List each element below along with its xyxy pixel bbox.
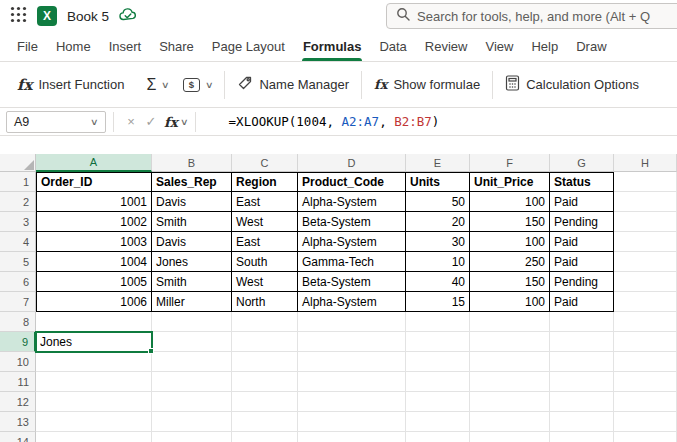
cell-C3[interactable]: West [232, 212, 298, 232]
row-header-4[interactable]: 4 [0, 232, 36, 252]
cell-H1[interactable] [614, 172, 677, 192]
tab-data[interactable]: Data [370, 32, 415, 61]
cell-A4[interactable]: 1003 [36, 232, 152, 252]
cell-G1[interactable]: Status [550, 172, 614, 192]
cell-A8[interactable] [36, 312, 152, 332]
show-formulae-button[interactable]: fx Show formulae [367, 71, 487, 98]
cell-D1[interactable]: Product_Code [298, 172, 406, 192]
cell-F5[interactable]: 250 [470, 252, 550, 272]
tab-formulas[interactable]: Formulas [294, 32, 371, 61]
enter-button[interactable]: ✓ [141, 114, 161, 129]
cell-H3[interactable] [614, 212, 677, 232]
cell-A10[interactable] [36, 352, 152, 372]
tab-insert[interactable]: Insert [100, 32, 151, 61]
cell-E5[interactable]: 10 [406, 252, 470, 272]
cell-F4[interactable]: 100 [470, 232, 550, 252]
cell-G2[interactable]: Paid [550, 192, 614, 212]
cell-C5[interactable]: South [232, 252, 298, 272]
column-header-D[interactable]: D [298, 154, 406, 172]
column-header-C[interactable]: C [232, 154, 298, 172]
cell-G14[interactable] [550, 432, 614, 442]
tab-home[interactable]: Home [47, 32, 100, 61]
tab-share[interactable]: Share [150, 32, 203, 61]
autosum-button[interactable]: Σ ∨ [139, 71, 175, 99]
cell-B3[interactable]: Smith [152, 212, 232, 232]
cell-B9[interactable] [152, 332, 232, 352]
column-header-A[interactable]: A [36, 154, 152, 172]
cell-C9[interactable] [232, 332, 298, 352]
cell-D11[interactable] [298, 372, 406, 392]
cell-F14[interactable] [470, 432, 550, 442]
cell-E14[interactable] [406, 432, 470, 442]
row-header-5[interactable]: 5 [0, 252, 36, 272]
cell-B13[interactable] [152, 412, 232, 432]
name-manager-button[interactable]: Name Manager [230, 69, 356, 100]
cell-A7[interactable]: 1006 [36, 292, 152, 312]
column-header-H[interactable]: H [614, 154, 677, 172]
tab-file[interactable]: File [8, 32, 47, 61]
tab-review[interactable]: Review [416, 32, 477, 61]
cell-E4[interactable]: 30 [406, 232, 470, 252]
cell-B8[interactable] [152, 312, 232, 332]
row-header-3[interactable]: 3 [0, 212, 36, 232]
cell-C6[interactable]: West [232, 272, 298, 292]
row-header-6[interactable]: 6 [0, 272, 36, 292]
cell-B4[interactable]: Davis [152, 232, 232, 252]
cell-G13[interactable] [550, 412, 614, 432]
cell-F1[interactable]: Unit_Price [470, 172, 550, 192]
cell-B11[interactable] [152, 372, 232, 392]
cell-G7[interactable]: Paid [550, 292, 614, 312]
cell-F7[interactable]: 100 [470, 292, 550, 312]
cell-F10[interactable] [470, 352, 550, 372]
cell-C12[interactable] [232, 392, 298, 412]
financial-functions-button[interactable]: $ ∨ [176, 72, 220, 98]
row-header-1[interactable]: 1 [0, 172, 36, 192]
cell-E9[interactable] [406, 332, 470, 352]
insert-function-button[interactable]: fx Insert Function [10, 70, 131, 100]
cell-H12[interactable] [614, 392, 677, 412]
cell-D12[interactable] [298, 392, 406, 412]
cell-D5[interactable]: Gamma-Tech [298, 252, 406, 272]
cell-C4[interactable]: East [232, 232, 298, 252]
cell-A1[interactable]: Order_ID [36, 172, 152, 192]
cell-B7[interactable]: Miller [152, 292, 232, 312]
tab-view[interactable]: View [476, 32, 522, 61]
column-header-F[interactable]: F [470, 154, 550, 172]
cell-D9[interactable] [298, 332, 406, 352]
cell-B2[interactable]: Davis [152, 192, 232, 212]
cell-B12[interactable] [152, 392, 232, 412]
cell-F11[interactable] [470, 372, 550, 392]
cell-H4[interactable] [614, 232, 677, 252]
cell-H13[interactable] [614, 412, 677, 432]
cell-A13[interactable] [36, 412, 152, 432]
cell-B5[interactable]: Jones [152, 252, 232, 272]
excel-logo-icon[interactable]: X [37, 6, 57, 26]
row-header-12[interactable]: 12 [0, 392, 36, 412]
row-header-14[interactable]: 14 [0, 432, 36, 442]
cell-C1[interactable]: Region [232, 172, 298, 192]
cell-G9[interactable] [550, 332, 614, 352]
cell-A11[interactable] [36, 372, 152, 392]
cell-G11[interactable] [550, 372, 614, 392]
row-header-8[interactable]: 8 [0, 312, 36, 332]
cell-A9[interactable]: Jones [36, 332, 152, 352]
cell-H5[interactable] [614, 252, 677, 272]
tab-draw[interactable]: Draw [567, 32, 615, 61]
cell-E6[interactable]: 40 [406, 272, 470, 292]
cell-A5[interactable]: 1004 [36, 252, 152, 272]
cell-D6[interactable]: Beta-System [298, 272, 406, 292]
cell-G6[interactable]: Pending [550, 272, 614, 292]
tab-page-layout[interactable]: Page Layout [203, 32, 294, 61]
search-bar[interactable] [386, 3, 677, 29]
document-title[interactable]: Book 5 [67, 9, 109, 24]
row-header-9[interactable]: 9 [0, 332, 36, 352]
column-header-E[interactable]: E [406, 154, 470, 172]
cell-G3[interactable]: Pending [550, 212, 614, 232]
cell-D4[interactable]: Alpha-System [298, 232, 406, 252]
tab-help[interactable]: Help [522, 32, 567, 61]
search-input[interactable] [417, 9, 676, 24]
cell-D10[interactable] [298, 352, 406, 372]
cell-C11[interactable] [232, 372, 298, 392]
cell-C7[interactable]: North [232, 292, 298, 312]
cell-B14[interactable] [152, 432, 232, 442]
